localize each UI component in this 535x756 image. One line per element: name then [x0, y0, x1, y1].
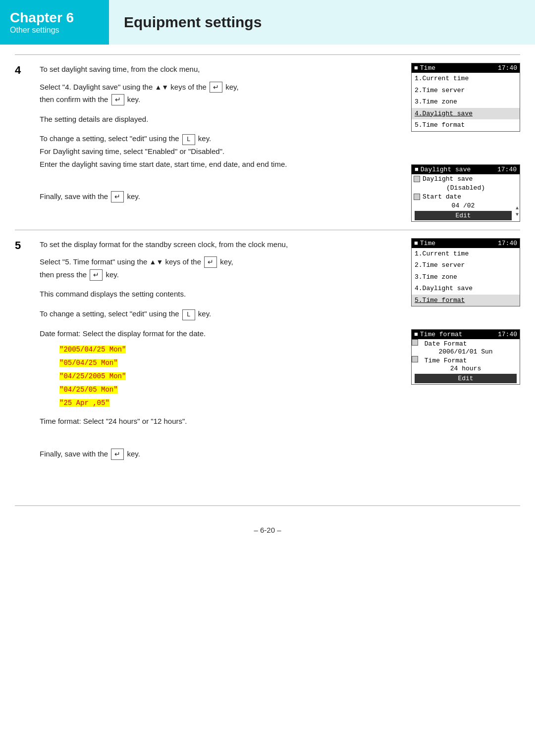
page-title: Equipment settings: [124, 14, 262, 31]
s4-p3: then confirm with the ↵ key.: [40, 93, 396, 106]
s4-s1-item5: 5.Time format: [412, 119, 520, 131]
s5-screen2: ■ Time format 17:40 Date Format 2006/01/…: [411, 329, 520, 385]
s5-date-format-row: Date Format: [412, 339, 520, 348]
s5-p5: To change a setting, select "edit" using…: [40, 307, 396, 320]
s4-screen2: ■ Daylight save 17:40 Daylight save (Dis…: [411, 164, 520, 222]
section-4-text: To set daylight saving time, from the cl…: [35, 55, 406, 230]
enter-key-icon-4: ↵: [204, 256, 217, 268]
black-square-icon3: ■: [414, 240, 418, 247]
page-title-bar: Equipment settings: [109, 0, 535, 45]
s4-p2: Select "4. Daylight save" using the ▲▼ k…: [40, 81, 396, 94]
section-5: 5 To set the display format for the stan…: [15, 230, 520, 506]
s4-daylight-save-row: Daylight save: [412, 174, 520, 184]
black-square-icon: ■: [414, 64, 418, 72]
s4-p8: Finally, save with the ↵ key.: [40, 190, 396, 203]
section-5-screens: ■ Time 17:40 1.Current time 2.Time serve…: [406, 230, 520, 505]
black-square-icon2: ■: [415, 166, 419, 173]
s4-date-val-row: 04 /02 Edit ▲ ▼: [412, 202, 520, 221]
s4-p5: To change a setting, select "edit" using…: [40, 132, 396, 145]
s5-time-format-row: Time Format: [412, 356, 520, 364]
s5-s1-item1: 1.Current time: [412, 248, 520, 260]
s5-s1-item3: 3.Time zone: [412, 271, 520, 283]
enter-key-icon: ↵: [210, 82, 222, 93]
page-footer: – 6-20 –: [0, 516, 535, 544]
s4-p4: The setting details are displayed.: [40, 113, 396, 126]
enter-key-icon-6: ↵: [111, 449, 124, 460]
date-example-3: "04/25/2005 Mon": [59, 369, 396, 383]
l-key-icon: L: [182, 134, 195, 145]
nav-arrows-icon: ▲▼: [155, 83, 168, 91]
s5-p1: To set the display format for the standb…: [40, 238, 396, 251]
date-example-1: "2005/04/25 Mon": [59, 343, 396, 356]
s5-date-format-val: 2006/01/01 Sun: [412, 348, 520, 356]
section-5-number: 5: [15, 230, 35, 505]
s5-screen1: ■ Time 17:40 1.Current time 2.Time serve…: [411, 238, 520, 307]
chapter-subtitle: Other settings: [10, 26, 99, 35]
s4-start-date-val: 04 /02: [412, 202, 515, 210]
s4-screen1-titlebar: ■ Time 17:40: [412, 63, 520, 73]
s5-p2: Select "5. Time format" using the ▲▼ key…: [40, 255, 396, 268]
s5-screen2-titlebar: ■ Time format 17:40: [412, 330, 520, 339]
s4-s1-item2: 2.Time server: [412, 85, 520, 97]
ds-checkbox-1: [414, 176, 420, 182]
date-examples: "2005/04/25 Mon" "05/04/25 Mon" "04/25/2…: [59, 343, 396, 409]
s4-s2-title-left: ■ Daylight save: [415, 166, 471, 173]
s5-screen2-title-left: ■ Time format: [414, 331, 463, 338]
s5-s1-item4: 4.Daylight save: [412, 283, 520, 295]
s4-s1-item3: 3.Time zone: [412, 96, 520, 108]
black-square-icon4: ■: [414, 331, 418, 338]
main-content: 4 To set daylight saving time, from the …: [0, 45, 535, 516]
start-date-label: Start date: [423, 193, 461, 201]
enter-key-icon-3: ↵: [111, 191, 124, 202]
s4-screen1-title: ■ Time: [414, 64, 435, 72]
s4-edit-btn[interactable]: Edit: [415, 211, 512, 220]
ds-checkbox-4: [412, 356, 418, 362]
date-example-4: "04/25/05 Mon": [59, 383, 396, 396]
s4-p1: To set daylight saving time, from the cl…: [40, 63, 396, 76]
s4-s1-item4: 4.Daylight save: [412, 108, 520, 120]
enter-key-icon-5: ↵: [90, 269, 103, 281]
date-example-2: "05/04/25 Mon": [59, 356, 396, 369]
s4-s1-item1: 1.Current time: [412, 73, 520, 85]
date-example-5: "25 Apr ,05": [59, 396, 396, 409]
ds-checkbox-3: [412, 339, 418, 346]
time-format-label: Time Format: [425, 357, 467, 364]
s5-p3: then press the ↵ key.: [40, 268, 396, 281]
nav-arrows-icon-2: ▲▼: [150, 258, 163, 266]
s5-edit-btn[interactable]: Edit: [415, 374, 517, 383]
section-4: 4 To set daylight saving time, from the …: [15, 54, 520, 230]
s4-start-date-row: Start date: [412, 192, 520, 202]
s4-p7: Enter the daylight saving time start dat…: [40, 158, 396, 171]
section-4-number: 4: [15, 55, 35, 230]
page-header: Chapter 6 Other settings Equipment setti…: [0, 0, 535, 45]
ds-checkbox-2: [414, 194, 420, 200]
s5-screen1-titlebar: ■ Time 17:40: [412, 239, 520, 248]
l-key-icon-2: L: [182, 309, 195, 320]
s5-s1-item2: 2.Time server: [412, 259, 520, 271]
s5-s1-item5: 5.Time format: [412, 295, 520, 306]
daylight-save-label: Daylight save: [423, 175, 473, 183]
s4-screen1: ■ Time 17:40 1.Current time 2.Time serve…: [411, 63, 520, 132]
chapter-number: Chapter 6: [10, 10, 99, 26]
s5-p6: Date format: Select the display format f…: [40, 327, 396, 340]
s5-screen1-title-left: ■ Time: [414, 240, 435, 247]
enter-key-icon-2: ↵: [111, 94, 124, 105]
s5-p4: This command displays the setting conten…: [40, 288, 396, 301]
s5-p7: Time format: Select "24 hours" or "12 ho…: [40, 415, 396, 428]
date-format-label: Date Format: [425, 340, 467, 348]
s4-p6: For Daylight saving time, select "Enable…: [40, 145, 396, 158]
s4-disabled-val: (Disabled): [412, 184, 520, 192]
page-number: – 6-20 –: [254, 526, 281, 534]
s4-scroll-indicator: ▲ ▼: [515, 202, 520, 221]
section-5-text: To set the display format for the standb…: [35, 230, 406, 505]
s4-screen2-titlebar: ■ Daylight save 17:40: [412, 165, 520, 174]
section-4-screens: ■ Time 17:40 1.Current time 2.Time serve…: [406, 55, 520, 230]
s5-time-format-val: 24 hours: [412, 364, 520, 373]
s5-p8: Finally, save with the ↵ key.: [40, 448, 396, 460]
chapter-label-block: Chapter 6 Other settings: [0, 0, 109, 45]
s5-spacer: [40, 485, 396, 498]
